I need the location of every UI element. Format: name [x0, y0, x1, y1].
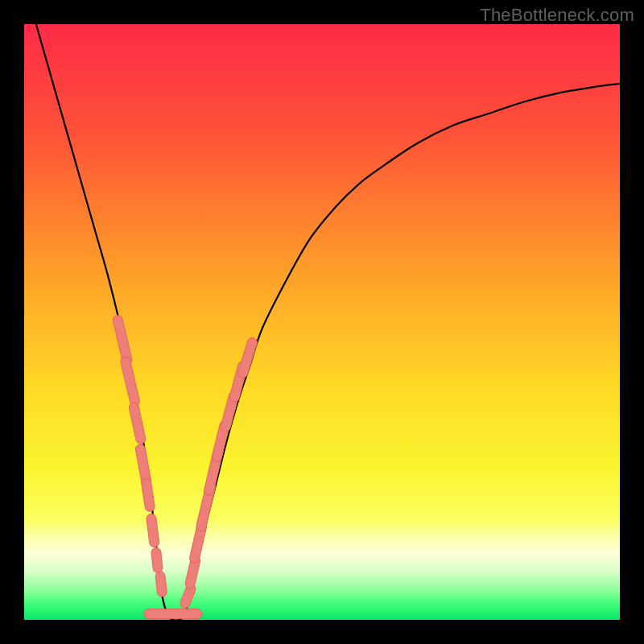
- svg-rect-6: [146, 514, 159, 548]
- svg-rect-7: [151, 547, 163, 573]
- svg-rect-5: [141, 477, 155, 512]
- watermark-text: TheBottleneck.com: [480, 5, 634, 26]
- svg-rect-9: [144, 609, 203, 619]
- svg-rect-1: [112, 315, 133, 365]
- plot-area: [24, 24, 620, 620]
- svg-rect-8: [155, 571, 167, 597]
- svg-rect-3: [128, 402, 147, 444]
- curve-markers: [24, 24, 620, 620]
- svg-rect-2: [120, 356, 141, 407]
- svg-rect-18: [237, 336, 258, 379]
- chart-frame: TheBottleneck.com: [0, 0, 644, 644]
